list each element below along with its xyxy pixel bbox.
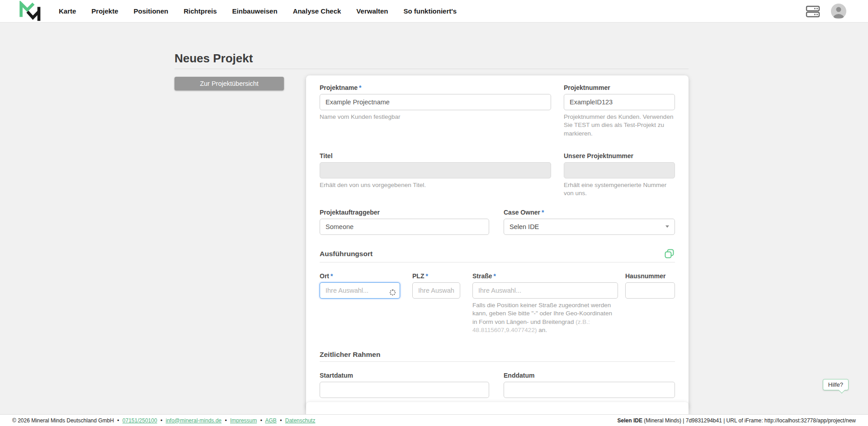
enddatum-input[interactable] [504,382,675,398]
ausfuehrungsort-title: Ausführungsort [320,250,373,258]
form-row-name-number: Projektname* Name vom Kunden festlegbar … [320,83,675,138]
ort-label: Ort* [320,272,400,281]
new-project-form-card: Projektname* Name vom Kunden festlegbar … [306,75,689,409]
hausnummer-label: Hausnummer [625,272,675,281]
projektnummer-input[interactable] [564,94,675,110]
chevron-down-icon [665,225,669,228]
nav-item-analyse-check[interactable]: Analyse Check [293,7,341,15]
server-rack-icon[interactable] [806,5,820,18]
projektname-input[interactable] [320,94,551,110]
mineral-minds-logo-icon[interactable] [17,1,43,22]
titel-label: Titel [320,151,551,160]
unsere-projektnummer-input [564,162,675,178]
strasse-helper: Falls die Position keiner Straße zugeord… [472,301,618,334]
zeitlicher-rahmen-title: Zeitlicher Rahmen [320,351,380,359]
footer-link-phone[interactable]: 07151/250100 [123,417,157,424]
nav-item-positionen[interactable]: Positionen [134,7,169,15]
unsere-projektnummer-helper: Erhält eine systemgenerierte Nummer von … [564,181,675,198]
titel-helper: Erhält den von uns vorgegebenen Titel. [320,181,551,189]
case-owner-select[interactable]: Selen IDE [504,219,675,235]
projektauftraggeber-input[interactable] [320,219,489,235]
nav-item-verwalten[interactable]: Verwalten [356,7,388,15]
help-label: Hilfe? [828,381,843,388]
form-row-titel: Titel Erhält den von uns vorgegebenen Ti… [320,151,675,198]
projektname-label: Projektname* [320,83,551,92]
copy-icon[interactable] [664,248,675,259]
hausnummer-input[interactable] [625,282,675,299]
footer-link-impressum[interactable]: Impressum [230,417,257,424]
titel-input [320,162,551,178]
nav-item-richtpreis[interactable]: Richtpreis [184,7,217,15]
required-marker: * [359,84,361,91]
ort-input[interactable] [320,282,400,299]
form-row-auftraggeber-owner: Projektauftraggeber Case Owner* Selen ID… [320,208,675,235]
footer-session-info: Selen IDE (Mineral Minds) | 7d9831294b41… [618,417,856,424]
session-user: Selen IDE [618,417,642,424]
strasse-label: Straße* [472,272,618,281]
required-marker: * [330,272,333,280]
section-divider [320,262,675,262]
section-zeitlicher-rahmen: Zeitlicher Rahmen [320,351,675,359]
footer-link-email[interactable]: info@mineral-minds.de [165,417,222,424]
required-marker: * [494,272,496,280]
startdatum-label: Startdatum [320,371,489,380]
section-divider [320,361,675,362]
help-bubble-tail [839,387,845,393]
help-button[interactable]: Hilfe? [823,379,849,390]
projektauftraggeber-label: Projektauftraggeber [320,208,489,217]
footer-bar: © 2026 Mineral Minds Deutschland GmbH • … [0,414,868,426]
session-details: (Mineral Minds) | 7d9831294b41 | URL of … [642,417,856,424]
plz-input[interactable] [412,282,460,299]
copyright-text: © 2026 Mineral Minds Deutschland GmbH [12,417,114,424]
case-owner-label: Case Owner* [504,208,675,217]
footer-left: © 2026 Mineral Minds Deutschland GmbH • … [12,417,315,424]
main-menu: Karte Projekte Positionen Richtpreis Ein… [59,7,457,15]
enddatum-label: Enddatum [504,371,675,380]
back-to-project-overview-button[interactable]: Zur Projektübersicht [175,77,284,90]
page-title: Neues Projekt [175,51,253,66]
nav-item-so-funktionierts[interactable]: So funktioniert's [403,7,457,15]
projektnummer-label: Projektnummer [564,83,675,92]
startdatum-input[interactable] [320,382,489,398]
required-marker: * [542,209,544,216]
nav-item-projekte[interactable]: Projekte [91,7,118,15]
plz-label: PLZ* [412,272,460,281]
form-row-dates: Startdatum Enddatum [320,371,675,398]
footer-link-datenschutz[interactable]: Datenschutz [285,417,316,424]
user-avatar[interactable] [831,4,846,19]
projektname-helper: Name vom Kunden festlegbar [320,113,551,121]
nav-item-karte[interactable]: Karte [59,7,76,15]
form-row-address: Ort* PLZ* Straße* Falls die Position kei… [320,272,675,334]
required-marker: * [425,272,428,280]
loading-spinner-icon [390,290,396,295]
projektnummer-helper: Projektnummer des Kunden. Verwenden Sie … [564,113,675,138]
top-navigation-bar: Karte Projekte Positionen Richtpreis Ein… [0,0,868,23]
footer-link-agb[interactable]: AGB [265,417,277,424]
section-ausfuehrungsort: Ausführungsort [320,248,675,259]
title-divider [175,69,689,69]
nav-item-einbauweisen[interactable]: Einbauweisen [232,7,278,15]
unsere-projektnummer-label: Unsere Projektnummer [564,151,675,160]
strasse-input[interactable] [472,282,618,299]
case-owner-value: Selen IDE [509,223,539,230]
